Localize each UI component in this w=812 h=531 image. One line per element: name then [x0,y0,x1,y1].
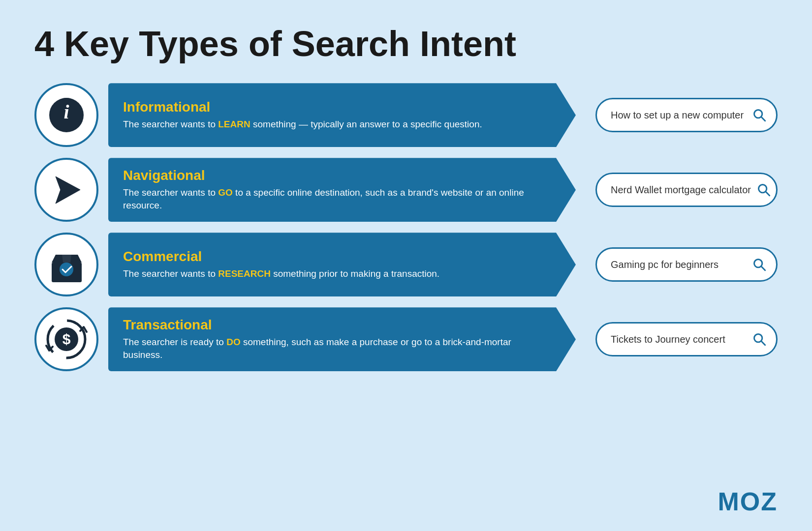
svg-line-15 [761,341,765,345]
svg-text:$: $ [62,331,70,347]
informational-title: Informational [123,99,536,115]
navigational-row: Navigational The searcher wants to GO to… [34,158,778,222]
navigational-desc-before: The searcher wants to [123,187,218,198]
svg-line-6 [766,192,770,196]
search-icon [752,108,766,122]
search-icon [752,332,766,346]
svg-line-10 [761,266,765,270]
navigational-icon-circle [34,158,98,222]
informational-desc-before: The searcher wants to [123,119,218,129]
svg-text:i: i [63,101,69,123]
commercial-search-box: Gaming pc for beginners [595,247,778,282]
transactional-icon-circle: $ [34,307,98,371]
nav-arrow-icon [48,172,85,208]
navigational-search-box: Nerd Wallet mortgage calculator [595,173,778,207]
commercial-icon-circle [34,233,98,296]
svg-point-8 [60,263,73,276]
info-icon: i [49,98,84,132]
transactional-row: $ Transactional The searcher is ready to… [34,307,778,371]
intent-rows: i Informational The searcher wants to LE… [34,83,778,511]
informational-desc-after: something — typically an answer to a spe… [250,119,482,129]
commercial-desc-before: The searcher wants to [123,268,218,279]
transactional-highlight: DO [226,337,241,347]
informational-banner: Informational The searcher wants to LEAR… [108,83,576,147]
commercial-search-text: Gaming pc for beginners [611,259,747,270]
commercial-box-icon [46,244,88,286]
transactional-search-text: Tickets to Journey concert [611,334,747,345]
svg-marker-4 [56,177,80,204]
informational-highlight: LEARN [218,119,250,129]
page-container: 4 Key Types of Search Intent i Informati… [0,0,812,531]
navigational-title: Navigational [123,168,536,183]
transactional-search-box: Tickets to Journey concert [595,322,778,356]
navigational-desc: The searcher wants to GO to a specific o… [123,186,536,212]
informational-search-box: How to set up a new computer [595,98,778,132]
informational-search-text: How to set up a new computer [611,110,747,121]
commercial-highlight: RESEARCH [218,268,271,279]
transactional-desc-before: The searcher is ready to [123,337,226,347]
moz-logo: MOZ [718,487,778,516]
transactional-dollar-icon: $ [43,316,90,363]
commercial-banner: Commercial The searcher wants to RESEARC… [108,233,576,296]
informational-desc: The searcher wants to LEARN something — … [123,118,536,131]
commercial-desc-after: something prior to making a transaction. [271,268,439,279]
commercial-title: Commercial [123,249,536,265]
page-title: 4 Key Types of Search Intent [34,25,778,63]
svg-line-3 [761,117,765,121]
transactional-desc: The searcher is ready to DO something, s… [123,336,536,362]
navigational-banner: Navigational The searcher wants to GO to… [108,158,576,222]
navigational-highlight: GO [218,187,233,198]
navigational-search-text: Nerd Wallet mortgage calculator [611,184,751,196]
commercial-row: Commercial The searcher wants to RESEARC… [34,233,778,296]
commercial-desc: The searcher wants to RESEARCH something… [123,267,536,281]
search-icon [757,183,771,197]
transactional-banner: Transactional The searcher is ready to D… [108,307,576,371]
search-icon [752,258,766,271]
informational-icon-circle: i [34,83,98,147]
transactional-title: Transactional [123,317,536,333]
informational-row: i Informational The searcher wants to LE… [34,83,778,147]
